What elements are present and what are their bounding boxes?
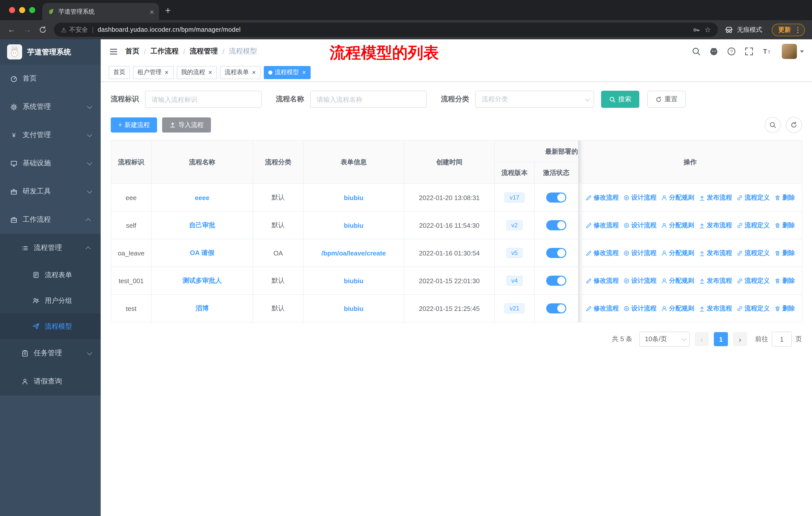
active-status-toggle[interactable] — [546, 220, 566, 230]
sidebar-item-system[interactable]: 系统管理 — [0, 93, 101, 121]
action-design-process[interactable]: 设计流程 — [623, 249, 657, 257]
action-design-process[interactable]: 设计流程 — [623, 276, 657, 285]
model-name-link[interactable]: 自己审批 — [189, 221, 215, 229]
action-modify-process[interactable]: 修改流程 — [585, 249, 619, 257]
sidebar-item-payment[interactable]: ¥ 支付管理 — [0, 121, 101, 149]
action-publish-process[interactable]: 发布流程 — [699, 193, 732, 202]
view-tab[interactable]: 首页 — [109, 66, 130, 79]
close-tab-icon[interactable]: × — [301, 69, 306, 76]
action-delete[interactable]: 删除 — [774, 221, 795, 229]
form-info-link[interactable]: /bpm/oa/leave/create — [321, 249, 386, 257]
sidebar-item-dev-tools[interactable]: 研发工具 — [0, 178, 101, 206]
page-size-select[interactable]: 10条/页 — [639, 332, 690, 347]
active-status-toggle[interactable] — [546, 276, 566, 286]
action-modify-process[interactable]: 修改流程 — [585, 276, 619, 285]
action-publish-process[interactable]: 发布流程 — [699, 304, 732, 313]
tab-close-icon[interactable]: × — [149, 8, 154, 16]
browser-tab[interactable]: 芋道管理系统 × — [42, 3, 159, 20]
close-tab-icon[interactable]: × — [164, 69, 169, 76]
action-process-definition[interactable]: 流程定义 — [736, 249, 770, 257]
next-page-button[interactable]: › — [733, 332, 747, 346]
view-tab[interactable]: 流程模型× — [264, 66, 311, 79]
form-info-link[interactable]: biubiu — [344, 194, 364, 201]
model-key-input[interactable] — [145, 91, 262, 108]
window-minimize-button[interactable] — [19, 7, 25, 13]
action-modify-process[interactable]: 修改流程 — [585, 193, 619, 202]
view-tab[interactable]: 租户管理× — [133, 66, 173, 79]
toggle-search-button[interactable] — [765, 117, 781, 133]
action-delete[interactable]: 删除 — [774, 193, 795, 202]
view-tab[interactable]: 流程表单× — [220, 66, 261, 79]
close-tab-icon[interactable]: × — [208, 69, 212, 76]
model-name-link[interactable]: OA 请假 — [190, 249, 214, 256]
github-icon[interactable] — [709, 47, 718, 56]
create-process-button[interactable]: + 新建流程 — [111, 117, 157, 133]
sidebar-item-process-form[interactable]: 流程表单 — [0, 262, 101, 288]
model-name-link[interactable]: 滔博 — [196, 304, 209, 312]
active-status-toggle[interactable] — [546, 192, 566, 202]
close-tab-icon[interactable]: × — [251, 69, 256, 76]
reload-icon[interactable] — [38, 26, 47, 34]
prev-page-button[interactable]: ‹ — [695, 332, 709, 346]
action-delete[interactable]: 删除 — [774, 304, 795, 313]
sidebar-item-workflow[interactable]: 工作流程 — [0, 206, 101, 234]
action-publish-process[interactable]: 发布流程 — [699, 276, 732, 285]
address-bar[interactable]: ⚠ 不安全 | dashboard.yudao.iocoder.cn/bpm/m… — [54, 23, 718, 37]
sidebar-item-leave-query[interactable]: 请假查询 — [0, 368, 101, 396]
search-icon[interactable] — [692, 47, 701, 56]
refresh-table-button[interactable] — [786, 117, 802, 133]
fullscreen-icon[interactable] — [745, 47, 754, 56]
back-icon[interactable]: ← — [7, 25, 16, 34]
form-info-link[interactable]: biubiu — [344, 221, 364, 229]
page-number-1[interactable]: 1 — [714, 332, 728, 346]
action-process-definition[interactable]: 流程定义 — [736, 304, 770, 313]
model-name-link[interactable]: 测试多审批人 — [182, 277, 222, 284]
reset-button[interactable]: 重置 — [647, 91, 686, 108]
action-process-definition[interactable]: 流程定义 — [736, 193, 770, 202]
browser-update-chip[interactable]: 更新 ⋮ — [772, 23, 805, 36]
action-publish-process[interactable]: 发布流程 — [699, 249, 732, 257]
goto-page-input[interactable] — [772, 332, 792, 347]
view-tab[interactable]: 我的流程× — [176, 66, 217, 79]
forward-icon[interactable]: → — [23, 25, 32, 34]
active-status-toggle[interactable] — [546, 303, 566, 314]
breadcrumb-process-management[interactable]: 流程管理 — [190, 47, 218, 56]
user-menu[interactable] — [782, 44, 804, 59]
action-assign-rules[interactable]: 分配规则 — [661, 193, 694, 202]
action-delete[interactable]: 删除 — [774, 249, 795, 257]
new-tab-button[interactable]: + — [165, 5, 171, 16]
sidebar-item-process-management[interactable]: 流程管理 — [0, 234, 101, 262]
action-delete[interactable]: 删除 — [774, 276, 795, 285]
bookmark-star-icon[interactable]: ☆ — [704, 26, 711, 34]
sidebar-item-user-group[interactable]: 用户分组 — [0, 288, 101, 314]
model-name-link[interactable]: eeee — [195, 194, 209, 201]
font-size-icon[interactable]: TT — [762, 47, 771, 56]
form-info-link[interactable]: biubiu — [344, 305, 364, 312]
category-select[interactable]: 流程分类 — [475, 91, 594, 108]
action-assign-rules[interactable]: 分配规则 — [661, 304, 694, 313]
browser-menu-icon[interactable]: ⋮ — [794, 26, 802, 34]
action-design-process[interactable]: 设计流程 — [623, 221, 657, 229]
active-status-toggle[interactable] — [546, 248, 566, 258]
action-modify-process[interactable]: 修改流程 — [585, 304, 619, 313]
collapse-sidebar-icon[interactable] — [109, 47, 118, 56]
model-name-input[interactable] — [310, 91, 427, 108]
help-icon[interactable]: ? — [727, 47, 736, 56]
password-key-icon[interactable] — [693, 26, 700, 33]
breadcrumb-workflow[interactable]: 工作流程 — [150, 47, 179, 56]
form-info-link[interactable]: biubiu — [344, 277, 364, 284]
action-assign-rules[interactable]: 分配规则 — [661, 276, 694, 285]
action-design-process[interactable]: 设计流程 — [623, 304, 657, 313]
action-publish-process[interactable]: 发布流程 — [699, 221, 732, 229]
search-button[interactable]: 搜索 — [601, 91, 639, 108]
action-process-definition[interactable]: 流程定义 — [736, 276, 770, 285]
window-close-button[interactable] — [9, 7, 15, 13]
window-zoom-button[interactable] — [29, 7, 35, 13]
sidebar-item-process-model[interactable]: 流程模型 — [0, 314, 101, 339]
security-warning[interactable]: ⚠ 不安全 — [61, 25, 88, 34]
action-assign-rules[interactable]: 分配规则 — [661, 249, 694, 257]
sidebar-item-home[interactable]: 首页 — [0, 64, 101, 93]
action-assign-rules[interactable]: 分配规则 — [661, 221, 694, 229]
action-modify-process[interactable]: 修改流程 — [585, 221, 619, 229]
breadcrumb-home[interactable]: 首页 — [125, 47, 140, 56]
